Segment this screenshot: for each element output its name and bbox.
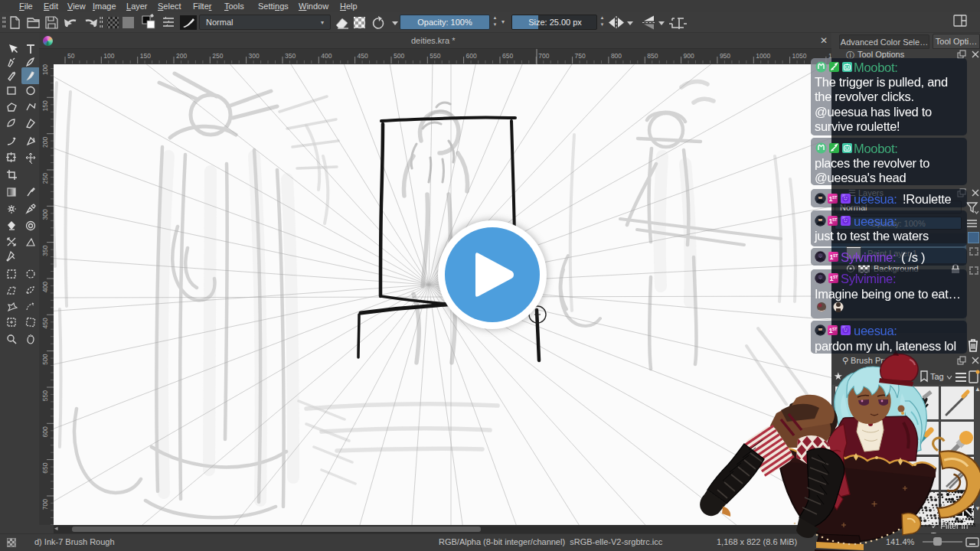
svg-text:800: 800 — [611, 52, 622, 60]
svg-text:600: 600 — [41, 426, 49, 437]
svg-text:450: 450 — [41, 318, 49, 328]
svg-text:600: 600 — [466, 52, 477, 60]
svg-text:750: 750 — [575, 52, 586, 60]
svg-text:450: 450 — [358, 52, 368, 60]
svg-text:350: 350 — [41, 245, 49, 256]
svg-text:900: 900 — [684, 52, 694, 60]
svg-text:550: 550 — [430, 52, 440, 60]
svg-text:650: 650 — [41, 462, 49, 473]
svg-text:150: 150 — [41, 100, 49, 111]
svg-text:200: 200 — [176, 52, 187, 60]
svg-text:200: 200 — [41, 136, 49, 147]
svg-text:3Y: 3Y — [842, 326, 846, 329]
svg-text:ST: ST — [832, 195, 837, 200]
svg-text:500: 500 — [394, 52, 404, 60]
svg-text:ST: ST — [833, 253, 838, 258]
svg-text:400: 400 — [321, 52, 332, 60]
svg-text:550: 550 — [41, 390, 49, 401]
svg-text:650: 650 — [502, 52, 513, 60]
svg-text:700: 700 — [538, 52, 549, 60]
svg-text:500: 500 — [41, 354, 49, 364]
svg-text:ST: ST — [832, 327, 837, 331]
svg-text:ST: ST — [833, 275, 838, 279]
svg-text:1000: 1000 — [756, 52, 770, 60]
svg-text:3Y: 3Y — [842, 194, 846, 197]
svg-text:3Y: 3Y — [842, 217, 846, 220]
svg-text:350: 350 — [285, 52, 296, 60]
svg-text:1050: 1050 — [792, 52, 807, 60]
svg-text:250: 250 — [41, 173, 49, 184]
svg-text:250: 250 — [212, 52, 223, 60]
svg-text:150: 150 — [140, 52, 151, 60]
svg-text:700: 700 — [41, 499, 49, 510]
svg-text:300: 300 — [249, 52, 260, 60]
svg-text:ST: ST — [832, 217, 837, 222]
svg-text:300: 300 — [41, 209, 49, 220]
svg-text:950: 950 — [720, 52, 730, 60]
svg-text:850: 850 — [647, 52, 658, 60]
svg-text:100: 100 — [41, 64, 49, 75]
svg-text:400: 400 — [41, 282, 49, 292]
svg-text:100: 100 — [103, 52, 114, 60]
svg-text:50: 50 — [67, 52, 75, 60]
